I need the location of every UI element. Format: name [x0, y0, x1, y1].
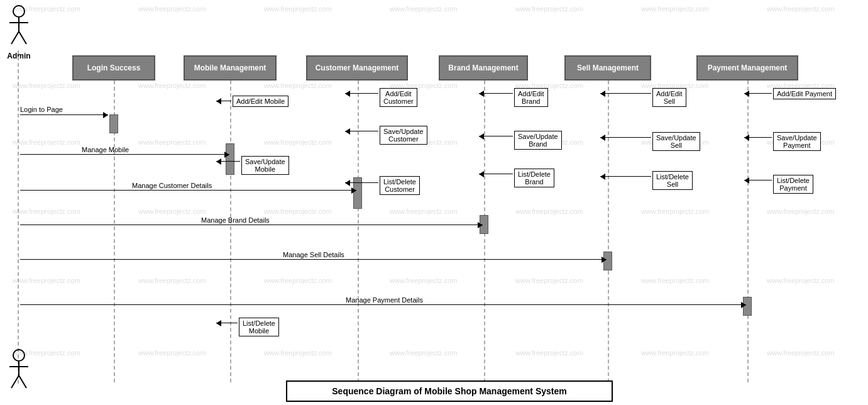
arrow-save-update-payment — [744, 137, 772, 138]
lifeline-customer: Customer Management — [306, 55, 408, 80]
wm-row4-7: www.freeprojectz.com — [767, 277, 835, 284]
arrow-save-update-brand — [479, 136, 513, 136]
note-save-update-payment: Save/UpdatePayment — [773, 132, 821, 151]
wm-row4-2: www.freeprojectz.com — [138, 277, 206, 284]
note-list-delete-customer: List/DeleteCustomer — [380, 176, 420, 195]
actbox-mobile-1 — [226, 143, 234, 175]
lifeline-vline-customer — [358, 80, 359, 382]
arrow-login-to-page — [20, 114, 108, 115]
arrow-manage-mobile — [20, 154, 229, 155]
lifeline-mobile: Mobile Management — [184, 55, 277, 80]
arrow-add-edit-customer-return — [345, 93, 378, 94]
arrow-add-edit-sell — [600, 93, 651, 94]
actor-label: Admin — [7, 52, 30, 60]
actor-admin-bottom — [6, 349, 31, 394]
arrow-manage-sell — [20, 259, 607, 260]
wm-row3-3: www.freeprojectz.com — [264, 208, 332, 215]
note-add-edit-payment: Add/Edit Payment — [773, 88, 836, 99]
watermark-6: www.freeprojectz.com — [641, 5, 709, 13]
note-save-update-sell: Save/UpdateSell — [652, 132, 700, 151]
actbox-login — [109, 114, 118, 133]
wm-row4-5: www.freeprojectz.com — [515, 277, 583, 284]
caption-box: Sequence Diagram of Mobile Shop Manageme… — [286, 380, 613, 402]
svg-line-3 — [11, 31, 19, 44]
wm-row5-4: www.freeprojectz.com — [390, 349, 458, 357]
arrow-add-edit-payment — [744, 93, 772, 94]
caption-text: Sequence Diagram of Mobile Shop Manageme… — [332, 386, 566, 396]
wm-row3-7: www.freeprojectz.com — [767, 208, 835, 215]
note-add-edit-sell: Add/EditSell — [652, 88, 686, 107]
arrow-add-edit-brand — [479, 93, 513, 94]
wm-row4-3: www.freeprojectz.com — [264, 277, 332, 284]
arrow-save-update-mobile — [216, 161, 240, 162]
svg-line-9 — [19, 375, 26, 388]
label-manage-customer: Manage Customer Details — [132, 182, 212, 189]
watermark-r3b: www.freeprojectz.com — [264, 138, 332, 146]
arrow-save-update-sell — [600, 137, 651, 138]
lifeline-brand: Brand Management — [439, 55, 528, 80]
actor-admin: Admin — [6, 5, 31, 60]
watermark-r1: www.freeprojectz.com — [13, 82, 80, 89]
arrow-manage-customer — [20, 190, 356, 191]
note-list-delete-sell: List/DeleteSell — [652, 171, 693, 190]
wm-row5-6: www.freeprojectz.com — [641, 349, 709, 357]
note-save-update-brand: Save/UpdateBrand — [514, 131, 562, 150]
label-manage-mobile: Manage Mobile — [82, 146, 129, 153]
label-login-to-page: Login to Page — [20, 106, 63, 113]
watermark-7: www.freeprojectz.com — [767, 5, 835, 13]
watermark-4: www.freeprojectz.com — [390, 5, 458, 13]
watermark-5: www.freeprojectz.com — [515, 5, 583, 13]
watermark-r3: www.freeprojectz.com — [264, 82, 332, 89]
lifeline-vline-mobile — [230, 80, 231, 382]
watermark-3: www.freeprojectz.com — [264, 5, 332, 13]
svg-point-0 — [13, 6, 25, 17]
wm-row5-5: www.freeprojectz.com — [515, 349, 583, 357]
note-add-edit-brand: Add/EditBrand — [514, 88, 548, 107]
wm-row3-4: www.freeprojectz.com — [390, 208, 458, 215]
label-manage-brand: Manage Brand Details — [201, 216, 270, 224]
watermark-r1b: www.freeprojectz.com — [13, 138, 80, 146]
watermark-r2: www.freeprojectz.com — [138, 82, 206, 89]
note-add-edit-customer: Add/EditCustomer — [380, 88, 417, 107]
wm-row5-7: www.freeprojectz.com — [767, 349, 835, 357]
watermark-r2b: www.freeprojectz.com — [138, 138, 206, 146]
arrow-list-delete-sell — [600, 176, 651, 177]
wm-row4-6: www.freeprojectz.com — [641, 277, 709, 284]
lifeline-login: Login Success — [72, 55, 155, 80]
arrow-manage-brand — [20, 225, 483, 225]
wm-row3-1: www.freeprojectz.com — [13, 208, 80, 215]
lifeline-payment: Payment Management — [696, 55, 798, 80]
note-save-update-mobile: Save/UpdateMobile — [241, 156, 289, 175]
label-manage-payment: Manage Payment Details — [346, 296, 423, 304]
wm-row3-2: www.freeprojectz.com — [138, 208, 206, 215]
arrow-manage-payment — [20, 304, 746, 305]
wm-row5-3: www.freeprojectz.com — [264, 349, 332, 357]
arrow-list-delete-customer — [345, 182, 378, 183]
lifeline-sell: Sell Management — [564, 55, 651, 80]
note-list-delete-mobile: List/DeleteMobile — [239, 318, 279, 336]
actor-vline — [18, 50, 19, 384]
note-add-edit-mobile: Add/Edit Mobile — [233, 96, 288, 107]
svg-point-5 — [13, 350, 25, 361]
note-list-delete-brand: List/DeleteBrand — [514, 169, 554, 187]
note-save-update-customer: Save/UpdateCustomer — [380, 126, 427, 145]
note-list-delete-payment: List/DeletePayment — [773, 175, 813, 194]
arrow-list-delete-mobile — [216, 323, 238, 323]
arrow-add-edit-mobile-return — [216, 101, 231, 101]
watermark-2: www.freeprojectz.com — [138, 5, 206, 13]
svg-line-8 — [11, 375, 19, 388]
lifeline-vline-payment — [747, 80, 749, 382]
wm-row3-5: www.freeprojectz.com — [515, 208, 583, 215]
wm-row5-2: www.freeprojectz.com — [138, 349, 206, 357]
wm-row3-6: www.freeprojectz.com — [641, 208, 709, 215]
lifeline-vline-sell — [608, 80, 609, 382]
arrow-save-update-customer — [345, 131, 378, 131]
wm-row4-1: www.freeprojectz.com — [13, 277, 80, 284]
wm-row4-4: www.freeprojectz.com — [390, 277, 458, 284]
label-manage-sell: Manage Sell Details — [283, 251, 344, 258]
arrow-list-delete-brand — [479, 174, 513, 174]
svg-line-4 — [19, 31, 26, 44]
sequence-diagram: www.freeprojectz.com www.freeprojectz.co… — [0, 0, 868, 405]
arrow-list-delete-payment — [744, 180, 772, 180]
